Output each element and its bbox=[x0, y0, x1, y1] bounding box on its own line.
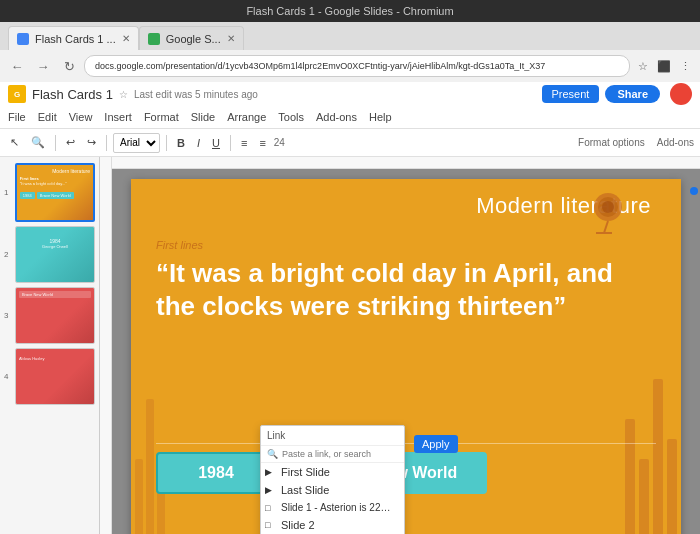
slide-panel: 1 Modern literature First lines "It was … bbox=[0, 157, 100, 534]
slide-buttons-row: 1984 Brave New World bbox=[156, 452, 656, 494]
toolbar-italic[interactable]: I bbox=[193, 133, 204, 153]
toolbar-underline[interactable]: U bbox=[208, 133, 224, 153]
last-slide-icon: ▶ bbox=[265, 485, 272, 495]
extension-icon[interactable]: ⬛ bbox=[655, 57, 673, 75]
slide-thumb-1[interactable]: Modern literature First lines "It was a … bbox=[15, 163, 95, 222]
tab-bar: Flash Cards 1 ... ✕ Google S... ✕ bbox=[0, 22, 700, 50]
reload-button[interactable]: ↻ bbox=[58, 55, 80, 77]
slide-thumb-row-2: 2 1984 George Orwell bbox=[4, 226, 95, 283]
slide-num-3: 3 bbox=[4, 311, 13, 320]
dropdown-header-text: Link bbox=[267, 430, 285, 441]
main-area: 1 Modern literature First lines "It was … bbox=[0, 157, 700, 534]
slide-num-2: 2 bbox=[4, 250, 13, 259]
left-bar-1 bbox=[135, 459, 143, 534]
title-bar: Flash Cards 1 - Google Slides - Chromium bbox=[0, 0, 700, 22]
share-button[interactable]: Share bbox=[605, 85, 660, 103]
thumb-content-1: Modern literature First lines "It was a … bbox=[17, 165, 93, 202]
menu-slide[interactable]: Slide bbox=[191, 111, 215, 123]
title-bar-text: Flash Cards 1 - Google Slides - Chromium bbox=[246, 5, 453, 17]
dropdown-item-slide2[interactable]: □ Slide 2 bbox=[261, 516, 404, 534]
slide-divider bbox=[156, 443, 656, 444]
toolbar-undo[interactable]: ↩ bbox=[62, 133, 79, 153]
forward-button[interactable]: → bbox=[32, 55, 54, 77]
bookmark-icon[interactable]: ☆ bbox=[634, 57, 652, 75]
menu-insert[interactable]: Insert bbox=[104, 111, 132, 123]
menu-format[interactable]: Format bbox=[144, 111, 179, 123]
toolbar-row: ↖ 🔍 ↩ ↪ Arial B I U ≡ ≡ 24 Format option… bbox=[0, 129, 700, 157]
toolbar-bold[interactable]: B bbox=[173, 133, 189, 153]
menu-arrange[interactable]: Arrange bbox=[227, 111, 266, 123]
tab-label-1: Flash Cards 1 ... bbox=[35, 33, 116, 45]
tab-1[interactable]: Flash Cards 1 ... ✕ bbox=[8, 26, 139, 50]
dropdown-search-input[interactable] bbox=[282, 449, 398, 459]
slide-thumb-inner-3: Brave New World bbox=[16, 288, 94, 343]
tab-2[interactable]: Google S... ✕ bbox=[139, 26, 244, 50]
browser-icons: ☆ ⬛ ⋮ bbox=[634, 57, 694, 75]
slide-thumb-4[interactable]: Aldous Huxley bbox=[15, 348, 95, 405]
address-bar-row: ← → ↻ docs.google.com/presentation/d/1yc… bbox=[0, 50, 700, 82]
app-toolbar: G Flash Cards 1 ☆ Last edit was 5 minute… bbox=[0, 82, 700, 129]
font-select[interactable]: Arial bbox=[113, 133, 160, 153]
menu-file[interactable]: File bbox=[8, 111, 26, 123]
thumb-content-2: 1984 George Orwell bbox=[16, 227, 94, 252]
dropdown-item-last-slide[interactable]: ▶ Last Slide bbox=[261, 481, 404, 499]
star-icon[interactable]: ☆ bbox=[119, 89, 128, 100]
tab-close-2[interactable]: ✕ bbox=[227, 33, 235, 44]
right-panel bbox=[690, 187, 698, 195]
dropdown-header: Link bbox=[261, 426, 404, 446]
app-menu-row: File Edit View Insert Format Slide Arran… bbox=[8, 106, 692, 128]
thumb-content-3: Brave New World bbox=[16, 288, 94, 301]
present-button[interactable]: Present bbox=[542, 85, 600, 103]
add-ons-label: Add-ons bbox=[657, 137, 694, 148]
menu-icon[interactable]: ⋮ bbox=[676, 57, 694, 75]
sep-4 bbox=[230, 135, 231, 151]
format-options: Format options bbox=[578, 137, 645, 148]
back-button[interactable]: ← bbox=[6, 55, 28, 77]
first-slide-icon: ▶ bbox=[265, 467, 272, 477]
ruler-vertical bbox=[100, 157, 112, 534]
left-bar-2 bbox=[146, 399, 154, 534]
dropdown-search[interactable]: 🔍 bbox=[261, 446, 404, 463]
slide1-icon: □ bbox=[265, 503, 270, 513]
slide-thumb-2[interactable]: 1984 George Orwell bbox=[15, 226, 95, 283]
tab-close-1[interactable]: ✕ bbox=[122, 33, 130, 44]
slide-thumb-3[interactable]: Brave New World bbox=[15, 287, 95, 344]
thumb-content-4: Aldous Huxley bbox=[16, 349, 94, 364]
menu-help[interactable]: Help bbox=[369, 111, 392, 123]
tab-label-2: Google S... bbox=[166, 33, 221, 45]
font-size-label: 24 bbox=[274, 137, 574, 148]
app-title[interactable]: Flash Cards 1 bbox=[32, 87, 113, 102]
menu-view[interactable]: View bbox=[69, 111, 93, 123]
slide-btn-1984[interactable]: 1984 bbox=[156, 452, 276, 494]
dropdown-item-first-slide[interactable]: ▶ First Slide bbox=[261, 463, 404, 481]
address-text: docs.google.com/presentation/d/1ycvb43OM… bbox=[95, 61, 619, 71]
toolbar-redo[interactable]: ↪ bbox=[83, 133, 100, 153]
search-icon: 🔍 bbox=[267, 449, 278, 459]
apply-button[interactable]: Apply bbox=[414, 435, 458, 453]
dropdown-item-slide1[interactable]: □ Slide 1 - Asterion is 225 words... bbox=[261, 499, 404, 516]
first-slide-label: First Slide bbox=[281, 466, 330, 478]
slide-first-lines: First lines bbox=[156, 239, 203, 251]
menu-edit[interactable]: Edit bbox=[38, 111, 57, 123]
menu-tools[interactable]: Tools bbox=[278, 111, 304, 123]
menu-addons[interactable]: Add-ons bbox=[316, 111, 357, 123]
slide-canvas: Modern literature bbox=[131, 179, 681, 534]
svg-point-2 bbox=[602, 201, 614, 213]
slide-quote: “It was a bright cold day in April, and … bbox=[156, 257, 656, 322]
last-edit: Last edit was 5 minutes ago bbox=[134, 89, 536, 100]
toolbar-zoom[interactable]: 🔍 bbox=[27, 133, 49, 153]
last-slide-label: Last Slide bbox=[281, 484, 329, 496]
toolbar-align-center[interactable]: ≡ bbox=[255, 133, 269, 153]
slide-num-4: 4 bbox=[4, 372, 13, 381]
toolbar-select[interactable]: ↖ bbox=[6, 133, 23, 153]
slide1-label: Slide 1 - Asterion is 225 words... bbox=[281, 502, 391, 513]
sep-1 bbox=[55, 135, 56, 151]
slide-thumb-row-1: 1 Modern literature First lines "It was … bbox=[4, 163, 95, 222]
slide-thumb-inner-4: Aldous Huxley bbox=[16, 349, 94, 404]
toolbar-align-left[interactable]: ≡ bbox=[237, 133, 251, 153]
tab-favicon-1 bbox=[17, 33, 29, 45]
slide2-icon: □ bbox=[265, 520, 270, 530]
address-input[interactable]: docs.google.com/presentation/d/1ycvb43OM… bbox=[84, 55, 630, 77]
user-avatar[interactable] bbox=[670, 83, 692, 105]
logo-text: G bbox=[14, 90, 20, 99]
